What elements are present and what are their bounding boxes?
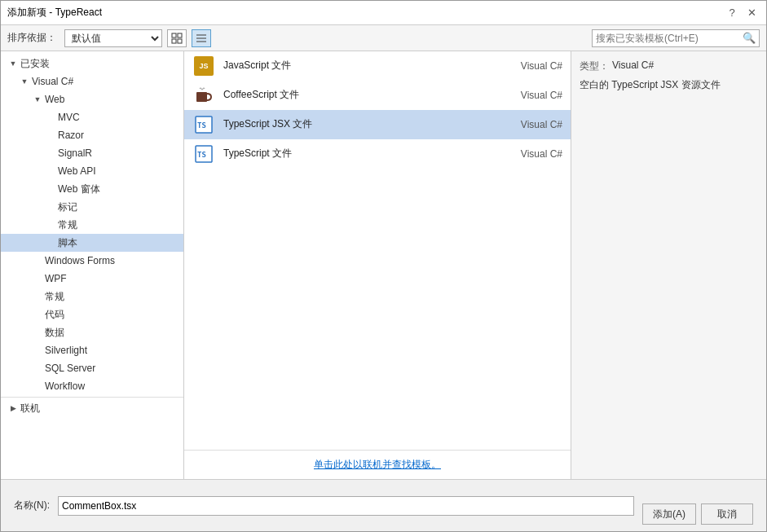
template-name-tsx: TypeScript JSX 文件 xyxy=(223,117,489,131)
sidebar-separator xyxy=(1,397,183,398)
sidebar-label-general: 常规 xyxy=(58,218,77,232)
template-category-tsx: Visual C# xyxy=(497,119,562,130)
sidebar-item-web[interactable]: Web xyxy=(1,90,183,108)
sidebar-label-general2: 常规 xyxy=(45,290,64,304)
template-name-coffee: CoffeeScript 文件 xyxy=(223,88,489,102)
sidebar-label-web-api: Web API xyxy=(58,165,95,177)
svg-rect-2 xyxy=(172,39,176,43)
sidebar-label-mvc: MVC xyxy=(58,112,80,123)
search-input[interactable] xyxy=(596,33,743,44)
arrow-installed xyxy=(7,58,19,69)
sidebar-label-script: 脚本 xyxy=(58,236,77,250)
sidebar-item-tag[interactable]: 标记 xyxy=(1,198,183,216)
sidebar-label-workflow: Workflow xyxy=(45,380,85,392)
list-icon xyxy=(196,33,207,44)
sort-label: 排序依据： xyxy=(7,31,56,45)
sidebar-label-sqlserver: SQL Server xyxy=(45,363,95,374)
sidebar-label-silverlight: Silverlight xyxy=(45,345,87,356)
search-box[interactable]: 🔍 xyxy=(592,29,760,47)
sort-select[interactable]: 默认值 xyxy=(64,29,162,47)
online-link-bar: 单击此处以联机并查找模板。 xyxy=(184,450,571,479)
sidebar-item-general2[interactable]: 常规 xyxy=(1,288,183,306)
right-panel: 类型： Visual C# 空白的 TypeScript JSX 资源文件 xyxy=(571,51,766,479)
sidebar-item-web-window[interactable]: Web 窗体 xyxy=(1,180,183,198)
center-panel: JS JavaScript 文件 Visual C# CoffeeScript xyxy=(184,51,571,479)
title-bar-controls: ? ✕ xyxy=(724,5,760,21)
cancel-button[interactable]: 取消 xyxy=(701,503,753,525)
sidebar-item-web-api[interactable]: Web API xyxy=(1,162,183,180)
svg-rect-3 xyxy=(178,39,182,43)
arrow-visual-csharp xyxy=(19,76,30,87)
template-item-coffee[interactable]: CoffeeScript 文件 Visual C# xyxy=(184,81,571,110)
svg-rect-7 xyxy=(196,92,207,102)
name-label: 名称(N): xyxy=(14,499,50,512)
sidebar-item-mvc[interactable]: MVC xyxy=(1,108,183,126)
sidebar: 已安装 Visual C# Web MVC Razor xyxy=(1,51,184,479)
type-label: 类型： xyxy=(580,59,612,73)
bottom-buttons: 添加(A) 取消 xyxy=(642,503,753,531)
template-list: JS JavaScript 文件 Visual C# CoffeeScript xyxy=(184,51,571,450)
sidebar-item-workflow[interactable]: Workflow xyxy=(1,377,183,395)
add-button[interactable]: 添加(A) xyxy=(642,503,696,525)
main-content: 已安装 Visual C# Web MVC Razor xyxy=(1,51,766,479)
template-category-coffee: Visual C# xyxy=(497,90,562,101)
name-input[interactable] xyxy=(58,496,634,516)
title-bar-left: 添加新项 - TypeReact xyxy=(7,6,102,20)
sidebar-item-windows-forms[interactable]: Windows Forms xyxy=(1,252,183,270)
sidebar-label-installed: 已安装 xyxy=(20,57,50,71)
template-category-ts: Visual C# xyxy=(497,148,562,160)
sidebar-item-general[interactable]: 常规 xyxy=(1,216,183,234)
sidebar-item-silverlight[interactable]: Silverlight xyxy=(1,341,183,359)
svg-rect-0 xyxy=(172,33,176,37)
template-item-ts[interactable]: TS TypeScript 文件 Visual C# xyxy=(184,139,571,169)
add-new-item-dialog: 添加新项 - TypeReact ? ✕ 排序依据： 默认值 xyxy=(0,0,767,532)
close-button[interactable]: ✕ xyxy=(743,5,760,21)
sidebar-label-tag: 标记 xyxy=(58,200,77,214)
dialog-title: 添加新项 - TypeReact xyxy=(7,6,102,20)
sidebar-label-razor: Razor xyxy=(58,130,84,141)
svg-text:TS: TS xyxy=(197,151,206,159)
type-value: Visual C# xyxy=(612,59,654,71)
online-link[interactable]: 单击此处以联机并查找模板。 xyxy=(314,458,441,472)
sidebar-item-installed[interactable]: 已安装 xyxy=(1,55,183,73)
svg-text:TS: TS xyxy=(197,121,206,130)
sidebar-label-data: 数据 xyxy=(45,326,64,340)
coffee-icon xyxy=(192,84,215,107)
sidebar-item-visual-csharp[interactable]: Visual C# xyxy=(1,73,183,90)
sidebar-label-web-window: Web 窗体 xyxy=(58,182,100,196)
template-category-js: Visual C# xyxy=(497,60,562,72)
sidebar-item-data[interactable]: 数据 xyxy=(1,323,183,341)
sidebar-label-web: Web xyxy=(45,94,64,105)
arrow-web xyxy=(32,94,43,105)
sidebar-label-online: 联机 xyxy=(20,402,40,415)
tsx-icon: TS xyxy=(192,113,215,136)
sidebar-item-wpf[interactable]: WPF xyxy=(1,270,183,288)
arrow-online xyxy=(7,402,19,414)
template-item-tsx[interactable]: TS TypeScript JSX 文件 Visual C# xyxy=(184,110,571,139)
template-name-js: JavaScript 文件 xyxy=(223,59,489,73)
js-icon: JS xyxy=(192,55,215,77)
sidebar-item-code[interactable]: 代码 xyxy=(1,306,183,323)
type-description: 空白的 TypeScript JSX 资源文件 xyxy=(580,78,758,92)
sidebar-item-razor[interactable]: Razor xyxy=(1,126,183,144)
list-view-button[interactable] xyxy=(192,29,211,47)
toolbar: 排序依据： 默认值 🔍 xyxy=(1,25,766,51)
sidebar-label-visual-csharp: Visual C# xyxy=(32,76,73,87)
search-icon: 🔍 xyxy=(743,32,756,44)
title-bar: 添加新项 - TypeReact ? ✕ xyxy=(1,1,766,25)
sidebar-label-signalr: SignalR xyxy=(58,147,92,159)
sidebar-label-windows-forms: Windows Forms xyxy=(45,255,115,266)
sidebar-label-wpf: WPF xyxy=(45,273,67,284)
help-button[interactable]: ? xyxy=(724,5,740,21)
type-row: 类型： Visual C# xyxy=(580,59,758,73)
sidebar-item-signalr[interactable]: SignalR xyxy=(1,144,183,162)
ts-icon: TS xyxy=(192,143,215,165)
sidebar-label-code: 代码 xyxy=(45,308,64,322)
sidebar-item-sqlserver[interactable]: SQL Server xyxy=(1,359,183,377)
template-item-js[interactable]: JS JavaScript 文件 Visual C# xyxy=(184,51,571,81)
grid-view-button[interactable] xyxy=(167,29,187,47)
bottom-bar: 名称(N): 添加(A) 取消 xyxy=(1,479,766,531)
sidebar-item-script[interactable]: 脚本 xyxy=(1,234,183,252)
sidebar-item-online[interactable]: 联机 xyxy=(1,399,183,417)
svg-rect-1 xyxy=(178,33,182,37)
